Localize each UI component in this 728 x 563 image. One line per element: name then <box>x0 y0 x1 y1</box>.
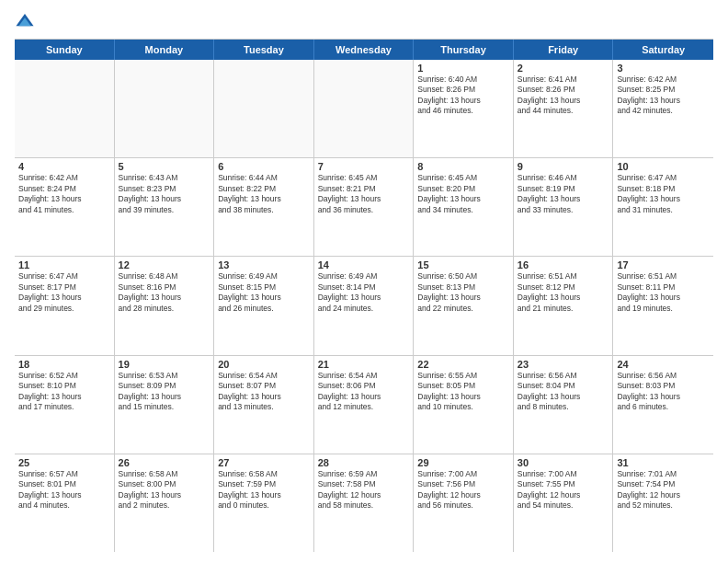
day-number: 13 <box>218 259 310 270</box>
day-cell-23: 23Sunrise: 6:56 AMSunset: 8:04 PMDayligh… <box>514 356 614 454</box>
header-day-saturday: Saturday <box>613 40 713 60</box>
day-cell-10: 10Sunrise: 6:47 AMSunset: 8:18 PMDayligh… <box>613 158 713 256</box>
day-cell-11: 11Sunrise: 6:47 AMSunset: 8:17 PMDayligh… <box>15 257 115 354</box>
day-info: Sunrise: 7:00 AMSunset: 7:56 PMDaylight:… <box>417 469 509 511</box>
day-number: 27 <box>218 457 310 468</box>
day-info: Sunrise: 7:01 AMSunset: 7:54 PMDaylight:… <box>617 469 710 511</box>
day-number: 9 <box>518 161 609 172</box>
day-info: Sunrise: 6:43 AMSunset: 8:23 PMDaylight:… <box>119 173 210 215</box>
day-info: Sunrise: 6:57 AMSunset: 8:01 PMDaylight:… <box>18 469 110 511</box>
day-cell-7: 7Sunrise: 6:45 AMSunset: 8:21 PMDaylight… <box>314 158 415 256</box>
day-info: Sunrise: 6:42 AMSunset: 8:24 PMDaylight:… <box>18 173 110 215</box>
day-info: Sunrise: 6:53 AMSunset: 8:09 PMDaylight:… <box>119 371 210 413</box>
day-number: 8 <box>417 161 509 172</box>
day-number: 24 <box>617 359 710 370</box>
day-number: 19 <box>119 359 210 370</box>
empty-cell <box>314 60 415 157</box>
day-number: 30 <box>518 457 609 468</box>
day-number: 16 <box>518 259 609 270</box>
day-number: 17 <box>617 259 710 270</box>
day-cell-27: 27Sunrise: 6:58 AMSunset: 7:59 PMDayligh… <box>214 454 314 552</box>
day-info: Sunrise: 6:45 AMSunset: 8:20 PMDaylight:… <box>417 173 509 215</box>
day-number: 28 <box>318 457 410 468</box>
day-number: 7 <box>318 161 410 172</box>
day-info: Sunrise: 6:48 AMSunset: 8:16 PMDaylight:… <box>119 271 210 314</box>
calendar-body: 1Sunrise: 6:40 AMSunset: 8:26 PMDaylight… <box>15 60 713 552</box>
day-info: Sunrise: 6:49 AMSunset: 8:15 PMDaylight:… <box>218 271 310 314</box>
day-number: 25 <box>18 457 110 468</box>
day-number: 3 <box>617 63 710 74</box>
logo-icon <box>15 11 35 31</box>
calendar-week-1: 1Sunrise: 6:40 AMSunset: 8:26 PMDaylight… <box>15 60 713 158</box>
day-cell-25: 25Sunrise: 6:57 AMSunset: 8:01 PMDayligh… <box>15 454 115 552</box>
empty-cell <box>15 60 115 157</box>
day-cell-9: 9Sunrise: 6:46 AMSunset: 8:19 PMDaylight… <box>514 158 614 256</box>
day-number: 11 <box>18 259 110 270</box>
calendar-week-2: 4Sunrise: 6:42 AMSunset: 8:24 PMDaylight… <box>15 158 713 257</box>
day-number: 1 <box>417 63 509 74</box>
day-cell-13: 13Sunrise: 6:49 AMSunset: 8:15 PMDayligh… <box>214 257 314 354</box>
empty-cell <box>214 60 314 157</box>
day-cell-17: 17Sunrise: 6:51 AMSunset: 8:11 PMDayligh… <box>613 257 713 354</box>
header-day-sunday: Sunday <box>15 40 115 60</box>
day-cell-30: 30Sunrise: 7:00 AMSunset: 7:55 PMDayligh… <box>514 454 614 552</box>
day-info: Sunrise: 6:50 AMSunset: 8:13 PMDaylight:… <box>417 271 509 314</box>
day-info: Sunrise: 6:56 AMSunset: 8:03 PMDaylight:… <box>617 371 710 413</box>
day-cell-24: 24Sunrise: 6:56 AMSunset: 8:03 PMDayligh… <box>613 356 713 454</box>
day-number: 29 <box>417 457 509 468</box>
day-info: Sunrise: 6:42 AMSunset: 8:25 PMDaylight:… <box>617 75 710 117</box>
day-cell-1: 1Sunrise: 6:40 AMSunset: 8:26 PMDaylight… <box>414 60 514 157</box>
day-cell-20: 20Sunrise: 6:54 AMSunset: 8:07 PMDayligh… <box>214 356 314 454</box>
header-day-tuesday: Tuesday <box>214 40 314 60</box>
day-cell-21: 21Sunrise: 6:54 AMSunset: 8:06 PMDayligh… <box>314 356 415 454</box>
day-number: 20 <box>218 359 310 370</box>
day-info: Sunrise: 6:51 AMSunset: 8:11 PMDaylight:… <box>617 271 710 314</box>
day-cell-19: 19Sunrise: 6:53 AMSunset: 8:09 PMDayligh… <box>115 356 215 454</box>
day-cell-5: 5Sunrise: 6:43 AMSunset: 8:23 PMDaylight… <box>115 158 215 256</box>
day-cell-4: 4Sunrise: 6:42 AMSunset: 8:24 PMDaylight… <box>15 158 115 256</box>
logo <box>15 11 39 31</box>
header-day-friday: Friday <box>514 40 614 60</box>
day-number: 22 <box>417 359 509 370</box>
day-number: 5 <box>119 161 210 172</box>
day-cell-8: 8Sunrise: 6:45 AMSunset: 8:20 PMDaylight… <box>414 158 514 256</box>
day-info: Sunrise: 7:00 AMSunset: 7:55 PMDaylight:… <box>518 469 609 511</box>
day-number: 31 <box>617 457 710 468</box>
day-cell-18: 18Sunrise: 6:52 AMSunset: 8:10 PMDayligh… <box>15 356 115 454</box>
day-info: Sunrise: 6:59 AMSunset: 7:58 PMDaylight:… <box>318 469 410 511</box>
day-info: Sunrise: 6:54 AMSunset: 8:06 PMDaylight:… <box>318 371 410 413</box>
day-cell-2: 2Sunrise: 6:41 AMSunset: 8:26 PMDaylight… <box>514 60 614 157</box>
day-cell-31: 31Sunrise: 7:01 AMSunset: 7:54 PMDayligh… <box>613 454 713 552</box>
day-info: Sunrise: 6:55 AMSunset: 8:05 PMDaylight:… <box>417 371 509 413</box>
day-info: Sunrise: 6:52 AMSunset: 8:10 PMDaylight:… <box>18 371 110 413</box>
day-info: Sunrise: 6:58 AMSunset: 7:59 PMDaylight:… <box>218 469 310 511</box>
day-cell-12: 12Sunrise: 6:48 AMSunset: 8:16 PMDayligh… <box>115 257 215 354</box>
calendar-week-3: 11Sunrise: 6:47 AMSunset: 8:17 PMDayligh… <box>15 257 713 355</box>
day-cell-29: 29Sunrise: 7:00 AMSunset: 7:56 PMDayligh… <box>414 454 514 552</box>
day-number: 14 <box>318 259 410 270</box>
day-cell-28: 28Sunrise: 6:59 AMSunset: 7:58 PMDayligh… <box>314 454 415 552</box>
day-number: 26 <box>119 457 210 468</box>
day-cell-6: 6Sunrise: 6:44 AMSunset: 8:22 PMDaylight… <box>214 158 314 256</box>
day-info: Sunrise: 6:41 AMSunset: 8:26 PMDaylight:… <box>518 75 609 117</box>
day-number: 15 <box>417 259 509 270</box>
header-day-thursday: Thursday <box>414 40 514 60</box>
header-day-monday: Monday <box>115 40 215 60</box>
calendar-week-5: 25Sunrise: 6:57 AMSunset: 8:01 PMDayligh… <box>15 454 713 552</box>
header <box>15 11 713 31</box>
day-number: 18 <box>18 359 110 370</box>
day-info: Sunrise: 6:45 AMSunset: 8:21 PMDaylight:… <box>318 173 410 215</box>
day-info: Sunrise: 6:46 AMSunset: 8:19 PMDaylight:… <box>518 173 609 215</box>
day-cell-3: 3Sunrise: 6:42 AMSunset: 8:25 PMDaylight… <box>613 60 713 157</box>
day-number: 2 <box>518 63 609 74</box>
day-info: Sunrise: 6:54 AMSunset: 8:07 PMDaylight:… <box>218 371 310 413</box>
day-cell-26: 26Sunrise: 6:58 AMSunset: 8:00 PMDayligh… <box>115 454 215 552</box>
day-number: 4 <box>18 161 110 172</box>
day-cell-15: 15Sunrise: 6:50 AMSunset: 8:13 PMDayligh… <box>414 257 514 354</box>
day-number: 12 <box>119 259 210 270</box>
day-info: Sunrise: 6:47 AMSunset: 8:18 PMDaylight:… <box>617 173 710 215</box>
day-number: 6 <box>218 161 310 172</box>
day-info: Sunrise: 6:56 AMSunset: 8:04 PMDaylight:… <box>518 371 609 413</box>
day-number: 21 <box>318 359 410 370</box>
day-number: 23 <box>518 359 609 370</box>
